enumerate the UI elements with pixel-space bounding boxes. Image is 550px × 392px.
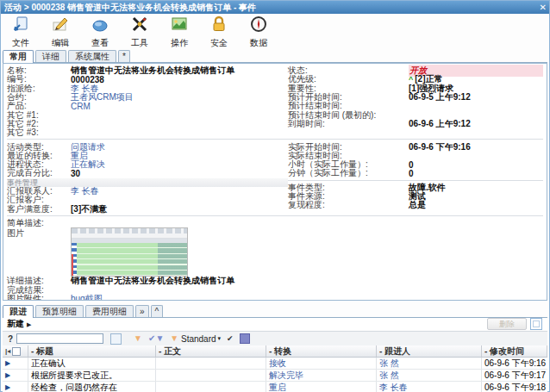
tools-menu-button[interactable]: 工具 — [127, 16, 153, 48]
window-titlebar: 活动 > 0000238 销售管道中无法将业务机会转换成销售订单 - 事件 ✕ — [1, 1, 549, 14]
file-icon — [12, 16, 29, 36]
section-divider — [288, 180, 543, 181]
select-all-checkbox[interactable] — [12, 347, 21, 356]
field-value-reproducibility: 总是 — [409, 199, 426, 211]
field-value-due-time: 06-9-6 上午9:12 — [409, 118, 471, 130]
attachment-link[interactable]: bug截图 — [71, 293, 103, 301]
applied-filter-funnel-icon[interactable]: ✔▼ — [148, 334, 164, 343]
search-input[interactable] — [16, 333, 103, 344]
row-expand-icon[interactable]: ▶ — [5, 358, 10, 369]
cell-title: 经检查，问题仍然存在 — [28, 382, 156, 392]
column-header-transition[interactable]: - 转换 — [266, 345, 377, 357]
cell-transition-link[interactable]: 接收 — [266, 358, 377, 369]
section-divider — [7, 215, 543, 216]
security-icon — [210, 16, 228, 36]
cell-transition-link[interactable]: 重启 — [266, 382, 377, 392]
edit-menu-button[interactable]: 编辑 — [47, 16, 73, 48]
thumbnail-red-marker — [72, 254, 73, 276]
close-icon[interactable]: ✕ — [540, 1, 547, 14]
row-expand-icon[interactable]: ▶ — [5, 382, 10, 392]
section-divider — [7, 139, 543, 140]
column-header-title[interactable]: - 标题 — [28, 345, 156, 357]
cell-follower-link[interactable]: 张 然 — [377, 370, 482, 381]
cell-modified-time: 06-9-6 下午9:16 — [482, 358, 547, 369]
cell-follower-link[interactable]: 李 长春 — [377, 382, 482, 392]
field-label-due-time: 到期时间: — [288, 118, 409, 130]
operations-menu-label: 操作 — [171, 37, 188, 49]
view-menu-button[interactable]: 查看 — [87, 16, 113, 48]
tab-followup[interactable]: 跟进 — [3, 305, 34, 318]
bug-screenshot-thumbnail[interactable] — [71, 227, 188, 277]
event-window: 活动 > 0000238 销售管道中无法将业务机会转换成销售订单 - 事件 ✕ … — [0, 0, 550, 392]
cell-body — [156, 382, 266, 392]
table-row[interactable]: ▶ 根据所提要求已改正。 解决完毕 张 然 06-9-6 下午9:17 — [3, 370, 547, 382]
column-header-body[interactable]: - 正文 — [156, 345, 266, 357]
edit-menu-label: 编辑 — [52, 37, 69, 49]
list-action-row: 新建▶ 删除 — [3, 318, 547, 330]
row-expand-icon[interactable]: ▶ — [5, 370, 10, 381]
file-menu-label: 文件 — [12, 37, 29, 49]
new-button[interactable]: 新建▶ — [7, 318, 31, 330]
tab-overflow[interactable]: » — [135, 305, 149, 317]
edit-icon — [52, 16, 69, 36]
cell-body — [156, 370, 266, 381]
tab-expense-detail[interactable]: 费用明细 — [85, 305, 134, 317]
cell-body — [156, 358, 266, 369]
security-menu-button[interactable]: 安全 — [206, 16, 232, 48]
cell-title: 根据所提要求已改正。 — [28, 370, 156, 381]
filter-funnel-icon[interactable]: ▼ — [134, 334, 142, 343]
cell-title: 正在确认 — [28, 358, 156, 369]
security-menu-label: 安全 — [210, 37, 228, 49]
operations-menu-button[interactable]: 操作 — [166, 16, 192, 48]
collapse-all-icon[interactable]: |◂ — [5, 345, 10, 357]
tab-common[interactable]: 常用 — [3, 50, 34, 63]
delete-button[interactable]: 删除 — [487, 318, 527, 330]
table-header-row: |◂ - 标题 - 正文 - 转换 - 跟进人 - 修改时间 — [3, 345, 547, 358]
view-funnel-icon: ▼ — [170, 334, 178, 343]
dropdown-arrow-icon: ▾ — [218, 335, 222, 342]
field-label-reproducibility: 复现程度: — [288, 199, 409, 211]
select-toggle-button[interactable] — [530, 318, 542, 330]
field-value-product[interactable]: CRM — [71, 102, 91, 111]
data-menu-label: 数据 — [250, 37, 267, 49]
record-form-panel: 名称:销售管道中无法将业务机会转换成销售订单 编号:0000238 指派给:李 … — [3, 63, 547, 301]
help-icon[interactable]: ? — [8, 334, 13, 344]
tab-collapse[interactable]: ^ — [151, 305, 164, 317]
field-label-other3: 其它 #3: — [7, 127, 71, 139]
operations-icon — [171, 16, 188, 36]
cell-transition-link[interactable]: 解决完毕 — [266, 370, 377, 381]
new-dropdown-arrow-icon: ▶ — [27, 321, 31, 327]
field-value-percent-complete: 30 — [71, 169, 80, 178]
list-filter-bar: ? ▼ ✔▼ ▼ Standard▾ ✔ — [3, 331, 547, 346]
tab-budget-detail[interactable]: 预算明细 — [35, 305, 84, 317]
search-options-button[interactable] — [110, 333, 122, 345]
tab-detail[interactable]: 详细 — [35, 50, 66, 62]
cell-modified-time: 06-9-6 下午9:17 — [482, 370, 547, 381]
view-icon — [91, 16, 109, 36]
related-tabstrip: 跟进 预算明细 费用明细 » ^ — [3, 304, 547, 318]
field-value-minutes-actual: 0 — [409, 169, 414, 178]
main-toolbar: 文件 编辑 查看 工具 操作 安全 数据 — [1, 16, 549, 48]
table-row[interactable]: ▶ 正在确认 接收 张 然 06-9-6 下午9:16 — [3, 358, 547, 370]
table-row[interactable]: ▶ 经检查，问题仍然存在 重启 李 长春 06-9-6 下午9:18 — [3, 382, 547, 392]
field-value-report-contact[interactable]: 李 长春 — [71, 185, 99, 197]
grid-settings-button[interactable] — [240, 333, 250, 344]
file-menu-button[interactable]: 文件 — [8, 16, 34, 48]
column-header-follower[interactable]: - 跟进人 — [377, 345, 482, 357]
tools-menu-label: 工具 — [131, 37, 148, 49]
apply-filter-check-icon[interactable]: ✔ — [227, 334, 234, 343]
thumbnail-value-column — [158, 243, 187, 276]
cell-follower-link[interactable]: 张 然 — [377, 358, 482, 369]
tab-more[interactable]: * — [118, 50, 130, 62]
data-icon — [250, 16, 267, 36]
tools-icon — [131, 16, 148, 36]
view-selector-dropdown[interactable]: ▼ Standard▾ — [170, 334, 221, 344]
field-value-detail-desc: 销售管道中无法将业务机会转换成销售订单 — [71, 275, 234, 287]
tab-system-properties[interactable]: 系统属性 — [68, 50, 116, 62]
data-menu-button[interactable]: 数据 — [246, 16, 272, 48]
column-header-modified[interactable]: - 修改时间 — [482, 345, 547, 357]
cell-modified-time: 06-9-6 下午9:18 — [482, 382, 547, 392]
field-label-picture: 图片 — [7, 227, 71, 277]
view-menu-label: 查看 — [91, 37, 109, 49]
field-label-customer-satisfaction: 客户满意度: — [7, 203, 71, 215]
